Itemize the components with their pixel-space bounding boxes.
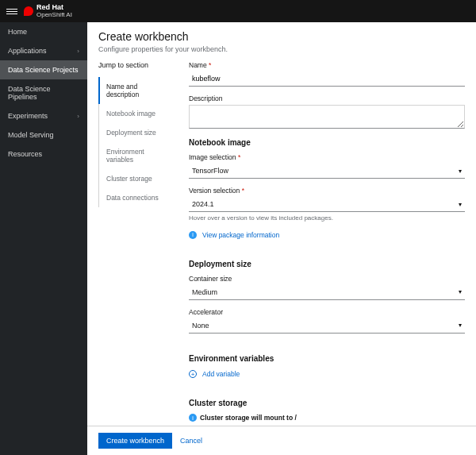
section-deployment-size: Deployment size Container size Medium ▾ …	[189, 260, 465, 334]
description-label: Description	[189, 94, 465, 102]
create-workbench-button[interactable]: Create workbench	[98, 433, 172, 449]
sidebar-item-home[interactable]: Home	[0, 22, 87, 41]
sidebar-item-data-science-pipelines[interactable]: Data Science Pipelines	[0, 79, 87, 106]
sidebar-item-label: Resources	[8, 150, 42, 158]
chevron-down-icon: ▾	[459, 168, 462, 175]
field-description: Description	[189, 94, 465, 130]
sidebar-item-label: Data Science Pipelines	[8, 85, 79, 101]
jump-link-name-description[interactable]: Name and description	[98, 77, 178, 104]
sidebar-item-data-science-projects[interactable]: Data Science Projects	[0, 60, 87, 79]
footer-actions: Create workbench Cancel	[87, 426, 476, 455]
jump-link-deployment-size[interactable]: Deployment size	[98, 123, 178, 142]
version-helper-text: Hover over a version to view its include…	[189, 214, 465, 222]
menu-toggle-icon[interactable]	[6, 6, 17, 17]
section-heading: Environment variables	[189, 354, 465, 363]
sidebar-item-label: Experiments	[8, 112, 48, 120]
version-selection-label: Version selection	[189, 187, 465, 195]
chevron-right-icon: ›	[77, 113, 79, 120]
name-label: Name	[189, 61, 465, 69]
select-value: TensorFlow	[192, 167, 228, 175]
view-package-info-link[interactable]: i View package information	[189, 231, 279, 239]
sidebar-item-label: Data Science Projects	[8, 66, 79, 74]
page-description: Configure properties for your workbench.	[98, 45, 465, 53]
sidebar-item-resources[interactable]: Resources	[0, 145, 87, 164]
info-icon: i	[189, 414, 197, 422]
jump-links: Jump to section Name and description Not…	[98, 56, 178, 434]
page-header: Create workbench Configure properties fo…	[87, 22, 476, 56]
description-textarea[interactable]	[189, 105, 465, 129]
sidebar-item-applications[interactable]: Applications›	[0, 41, 87, 60]
sidebar-item-label: Home	[8, 28, 27, 36]
info-icon: i	[189, 231, 197, 239]
sidebar-item-model-serving[interactable]: Model Serving	[0, 125, 87, 145]
chevron-right-icon: ›	[77, 48, 79, 55]
form-column: Name Description Notebook image Image se…	[189, 56, 465, 434]
sidebar-item-experiments[interactable]: Experiments›	[0, 106, 87, 125]
accelerator-label: Accelerator	[189, 308, 465, 316]
select-value: Medium	[192, 288, 217, 296]
page-title: Create workbench	[98, 30, 465, 43]
jump-title: Jump to section	[98, 61, 178, 69]
select-value: None	[192, 322, 209, 330]
section-environment-variables: Environment variables + Add variable	[189, 354, 465, 379]
chevron-down-icon: ▾	[459, 201, 462, 208]
brand-subtitle: OpenShift AI	[36, 12, 72, 19]
section-notebook-image: Notebook image Image selection TensorFlo…	[189, 138, 465, 239]
field-name: Name	[189, 61, 465, 87]
main-content: Create workbench Configure properties fo…	[87, 22, 476, 455]
sidebar-item-label: Applications	[8, 47, 47, 55]
mount-info-text: Cluster storage will mount to /	[200, 414, 297, 422]
container-size-select[interactable]: Medium ▾	[189, 285, 465, 300]
cancel-button[interactable]: Cancel	[180, 437, 202, 445]
jump-link-data-connections[interactable]: Data connections	[98, 188, 178, 207]
add-variable-link[interactable]: + Add variable	[189, 370, 240, 378]
name-input[interactable]	[189, 71, 465, 87]
link-text: Add variable	[202, 370, 240, 378]
section-heading: Cluster storage	[189, 399, 465, 407]
chevron-down-icon: ▾	[459, 322, 462, 329]
masthead: Red Hat OpenShift AI	[0, 0, 476, 22]
sidebar-nav: Home Applications› Data Science Projects…	[0, 22, 87, 455]
section-heading: Deployment size	[189, 260, 465, 268]
chevron-down-icon: ▾	[459, 288, 462, 295]
jump-link-environment-variables[interactable]: Environment variables	[98, 142, 178, 169]
jump-link-notebook-image[interactable]: Notebook image	[98, 104, 178, 123]
jump-link-cluster-storage[interactable]: Cluster storage	[98, 169, 178, 188]
mount-info: i Cluster storage will mount to /	[189, 414, 465, 422]
section-heading: Notebook image	[189, 138, 465, 147]
brand: Red Hat OpenShift AI	[24, 4, 72, 19]
plus-circle-icon: +	[189, 370, 197, 378]
sidebar-item-label: Model Serving	[8, 131, 54, 139]
redhat-logo-icon	[24, 6, 33, 16]
version-selection-select[interactable]: 2024.1 ▾	[189, 197, 465, 212]
accelerator-select[interactable]: None ▾	[189, 318, 465, 334]
select-value: 2024.1	[192, 200, 214, 208]
container-size-label: Container size	[189, 275, 465, 283]
link-text: View package information	[202, 231, 279, 239]
image-selection-select[interactable]: TensorFlow ▾	[189, 164, 465, 179]
image-selection-label: Image selection	[189, 153, 465, 161]
